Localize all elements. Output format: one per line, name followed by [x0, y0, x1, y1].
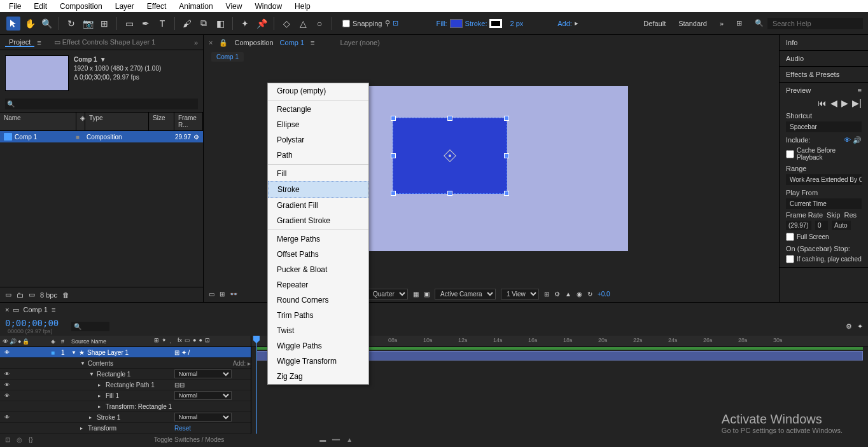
lock-icon[interactable]: 🔒: [219, 39, 228, 47]
project-search-input[interactable]: [5, 99, 198, 109]
cm-polystar[interactable]: Polystar: [268, 132, 368, 148]
cm-repeater[interactable]: Repeater: [268, 277, 368, 292]
menu-animation[interactable]: Animation: [172, 2, 219, 11]
menu-help[interactable]: Help: [288, 2, 317, 11]
toggle-switches[interactable]: Toggle Switches / Modes: [154, 436, 225, 443]
hdr-label-icon[interactable]: ◈: [51, 338, 61, 345]
first-frame-icon[interactable]: ⏮: [818, 98, 827, 108]
menu-layer[interactable]: Layer: [109, 2, 141, 11]
tab-menu-icon[interactable]: ≡: [311, 39, 314, 46]
grid-icon[interactable]: ⊞: [544, 291, 549, 298]
current-time[interactable]: 0;00;00;00: [5, 318, 59, 328]
project-item-comp1[interactable]: Comp 1 ■ Composition 29.97 ⚙: [0, 131, 203, 142]
timeline-search-input[interactable]: [71, 322, 109, 331]
reset-link[interactable]: Reset: [174, 425, 191, 432]
tab-project[interactable]: Project: [5, 38, 34, 47]
close-tab-icon[interactable]: ×: [209, 39, 213, 46]
pan-behind-tool-icon[interactable]: ⊞: [97, 17, 111, 31]
fill-swatch[interactable]: [450, 19, 463, 28]
cm-wiggle-paths[interactable]: Wiggle Paths: [268, 338, 368, 354]
handle-bl[interactable]: [391, 191, 396, 196]
comp-thumbnail[interactable]: [5, 55, 69, 91]
menu-view[interactable]: View: [220, 2, 249, 11]
dropdown-icon[interactable]: ▼: [100, 55, 106, 64]
hdr-num[interactable]: #: [61, 338, 71, 345]
tl-footer-icon3[interactable]: {}: [29, 436, 33, 443]
menu-window[interactable]: Window: [248, 2, 288, 11]
type-tool-icon[interactable]: T: [155, 17, 169, 31]
stroke-label[interactable]: Stroke:: [465, 20, 487, 27]
cache-checkbox[interactable]: [786, 150, 794, 158]
misc2-tool-icon[interactable]: △: [296, 17, 310, 31]
col-label-icon[interactable]: ◈: [76, 113, 85, 130]
col-type[interactable]: Type: [85, 113, 149, 130]
panel-audio[interactable]: Audio: [786, 55, 804, 62]
puppet-tool-icon[interactable]: 📌: [255, 17, 269, 31]
bpc-label[interactable]: 8 bpc: [40, 291, 57, 299]
rect-mode-select[interactable]: Normal: [174, 369, 232, 378]
handle-bm[interactable]: [447, 191, 452, 196]
cm-group[interactable]: Group (empty): [268, 83, 368, 99]
tl-close-icon[interactable]: ×: [5, 306, 9, 313]
tl-tab-menu-icon[interactable]: ≡: [52, 306, 55, 313]
rectangle-tool-icon[interactable]: ▭: [122, 17, 136, 31]
workspace-more-icon[interactable]: »: [720, 20, 724, 27]
menu-composition[interactable]: Composition: [53, 2, 109, 11]
include-audio-icon[interactable]: 🔊: [853, 136, 862, 144]
tl-opt1-icon[interactable]: ⚙: [846, 322, 852, 331]
cm-twist[interactable]: Twist: [268, 323, 368, 338]
guides-icon[interactable]: ⚙: [554, 291, 560, 298]
workspace-grid-icon[interactable]: ⊞: [736, 19, 742, 27]
hand-tool-icon[interactable]: ✋: [23, 17, 37, 31]
new-folder-icon[interactable]: 🗀: [17, 291, 24, 299]
stroke-swatch[interactable]: [489, 19, 502, 28]
brush-tool-icon[interactable]: 🖌: [180, 17, 194, 31]
magnify-icon[interactable]: ▭: [209, 291, 214, 298]
cm-round-corners[interactable]: Round Corners: [268, 292, 368, 308]
cm-gradient-fill[interactable]: Gradient Fill: [268, 198, 368, 213]
tl-tab-comp1[interactable]: Comp 1: [23, 306, 48, 313]
dof-icon[interactable]: ◉: [577, 291, 582, 298]
hdr-solo-icon[interactable]: ●: [18, 338, 21, 345]
layer-fill-1[interactable]: 👁 ▸Fill 1 Normal: [0, 390, 251, 401]
layer-transform[interactable]: ▸Transform Reset: [0, 423, 251, 434]
snap-icon2[interactable]: ⊡: [393, 19, 398, 27]
misc-tool-icon[interactable]: ◇: [279, 17, 293, 31]
zoom-slider[interactable]: ━━: [332, 436, 340, 443]
clone-tool-icon[interactable]: ⧉: [197, 17, 211, 31]
hdr-source-name[interactable]: Source Name: [71, 338, 154, 345]
exposure-value[interactable]: +0.0: [598, 291, 610, 298]
ifcaching-checkbox[interactable]: [786, 255, 794, 263]
playfrom-value[interactable]: Current Time: [786, 198, 862, 209]
handle-br[interactable]: [504, 191, 509, 196]
panel-menu-icon[interactable]: ≡: [37, 39, 41, 46]
add-button-icon[interactable]: ▸: [575, 19, 578, 27]
new-comp-icon[interactable]: ▭: [29, 291, 35, 299]
col-name[interactable]: Name: [0, 113, 76, 130]
tab-layer[interactable]: Layer (none): [340, 39, 380, 46]
col-framerate[interactable]: Frame R...: [174, 113, 203, 130]
stroke-mode-select[interactable]: Normal: [174, 413, 232, 422]
cm-gradient-stroke[interactable]: Gradient Stroke: [268, 213, 368, 228]
cm-path[interactable]: Path: [268, 148, 368, 163]
search-help-input[interactable]: [767, 18, 863, 29]
layer-stroke-1[interactable]: 👁 ▸Stroke 1 Normal: [0, 412, 251, 423]
snapping-checkbox[interactable]: [342, 20, 350, 27]
workspace-default[interactable]: Default: [643, 20, 666, 27]
framerate-value[interactable]: (29.97): [786, 221, 811, 230]
cm-trim-paths[interactable]: Trim Paths: [268, 308, 368, 323]
menu-file[interactable]: File: [3, 2, 27, 11]
col-size[interactable]: Size: [149, 113, 174, 130]
menu-effect[interactable]: Effect: [141, 2, 172, 11]
shortcut-value[interactable]: Spacebar: [786, 121, 862, 132]
zoom-tool-icon[interactable]: 🔍: [39, 17, 53, 31]
trash-icon[interactable]: 🗑: [62, 291, 69, 299]
roto-tool-icon[interactable]: ✦: [238, 17, 252, 31]
playhead[interactable]: [256, 336, 257, 434]
handle-mr[interactable]: [504, 153, 509, 158]
panel-preview[interactable]: Preview: [786, 86, 811, 94]
next-frame-icon[interactable]: ▶|: [852, 98, 862, 108]
resolution-icon[interactable]: ⊞: [220, 291, 225, 298]
camera-tool-icon[interactable]: 📷: [81, 17, 95, 31]
interpret-icon[interactable]: ▭: [5, 291, 11, 299]
